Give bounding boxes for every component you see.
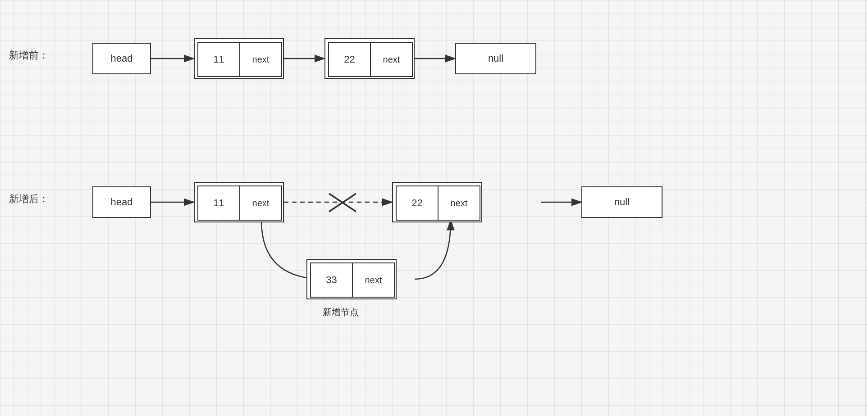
before-node1-val: 11 (198, 43, 240, 76)
after-node3-val: 33 (311, 263, 353, 297)
after-null-node: null (581, 186, 662, 218)
after-node2-val: 22 (397, 186, 439, 220)
before-head-node: head (92, 43, 151, 74)
before-null-node: null (455, 43, 536, 74)
svg-line-8 (329, 194, 356, 212)
before-node2-next: next (371, 43, 412, 76)
new-node-label: 新增节点 (323, 306, 359, 318)
svg-line-9 (329, 194, 356, 212)
after-node2: 22 next (392, 182, 482, 222)
after-head-node: head (92, 186, 151, 218)
before-node1-next: next (240, 43, 281, 76)
before-node1: 11 next (194, 38, 284, 79)
before-node2-val: 22 (329, 43, 371, 76)
after-node3-next: next (353, 263, 394, 297)
after-label: 新增后： (9, 192, 49, 206)
after-node1: 11 next (194, 182, 284, 222)
after-node1-val: 11 (198, 186, 240, 220)
after-node1-next: next (240, 186, 281, 220)
before-label: 新增前： (9, 49, 49, 62)
after-node2-next: next (439, 186, 480, 220)
after-node3-new: 33 next (306, 259, 397, 299)
before-node2: 22 next (324, 38, 415, 79)
